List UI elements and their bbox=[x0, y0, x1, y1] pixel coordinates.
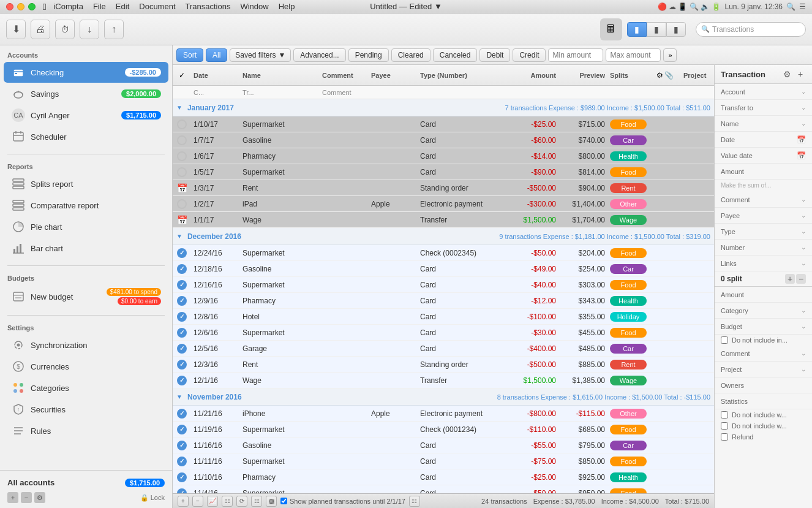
view-btn-right[interactable]: ▮ bbox=[666, 22, 686, 37]
table-row[interactable]: ✓ 12/1/16 Wage Transfer $1,500.00 $1,385… bbox=[173, 373, 714, 389]
lock-button[interactable]: 🔒 Lock bbox=[140, 494, 165, 502]
header-comment[interactable]: Comment bbox=[320, 72, 369, 79]
canceled-filter-button[interactable]: Canceled bbox=[433, 48, 478, 62]
table-row[interactable]: ✓ 11/11/16 Supermarket Card -$75.00 $850… bbox=[173, 453, 714, 469]
month-name-nov2016[interactable]: November 2016 bbox=[187, 393, 242, 401]
check-circle[interactable]: ✓ bbox=[177, 409, 187, 419]
tr-check[interactable] bbox=[173, 119, 191, 129]
add-split-button[interactable]: + bbox=[785, 274, 795, 284]
table-row[interactable]: ✓ 11/21/16 iPhone Apple Electronic payme… bbox=[173, 406, 714, 422]
tr-check[interactable]: ✓ bbox=[173, 472, 191, 482]
check-circle[interactable]: ✓ bbox=[177, 488, 187, 494]
history-button[interactable]: ⏱ bbox=[55, 20, 75, 39]
grid-button[interactable]: ☷ bbox=[409, 496, 420, 507]
table-row[interactable]: ✓ 12/8/16 Hotel Card -$100.00 $355.00 Ho… bbox=[173, 309, 714, 325]
table-row[interactable]: ✓ 11/4/16 Supermarket Card -$50.00 $950.… bbox=[173, 485, 714, 493]
header-payee[interactable]: Payee bbox=[369, 72, 418, 79]
month-header-jan2017[interactable]: ▼ January 2017 7 transactions Expense : … bbox=[173, 99, 714, 116]
table-row[interactable]: 1/6/17 Pharmacy Card -$14.00 $800.00 Hea… bbox=[173, 148, 714, 164]
month-name-dec2016[interactable]: December 2016 bbox=[187, 232, 241, 241]
download-button[interactable]: ⬇ bbox=[6, 20, 26, 39]
close-button[interactable] bbox=[6, 3, 13, 10]
check-circle-empty[interactable] bbox=[177, 119, 187, 129]
tr-check[interactable]: ✓ bbox=[173, 328, 191, 338]
month-arrow-nov2016[interactable]: ▼ bbox=[176, 393, 182, 400]
table-row[interactable]: ✓ 12/6/16 Supermarket Card -$30.00 $455.… bbox=[173, 325, 714, 341]
table-row[interactable]: ✓ 12/16/16 Supermarket Card -$40.00 $303… bbox=[173, 277, 714, 293]
menu-edit[interactable]: Edit bbox=[116, 2, 129, 11]
check-circle[interactable]: ✓ bbox=[177, 360, 187, 370]
refund-checkbox[interactable] bbox=[721, 433, 728, 441]
remove-split-button[interactable]: − bbox=[796, 274, 806, 284]
minimize-button[interactable] bbox=[17, 3, 24, 10]
print-button[interactable]: 🖨 bbox=[31, 20, 50, 39]
sort-button[interactable]: Sort bbox=[176, 48, 203, 62]
table-row[interactable]: 📅 1/1/17 Wage Transfer $1,500.00 $1,704.… bbox=[173, 212, 714, 228]
check-circle[interactable]: ✓ bbox=[177, 264, 187, 274]
sidebar-item-bar[interactable]: Bar chart bbox=[4, 238, 168, 259]
month-name-jan2017[interactable]: January 2017 bbox=[187, 104, 234, 112]
date-control[interactable]: 📅 bbox=[797, 135, 806, 144]
menu-icon[interactable]: ☰ bbox=[799, 2, 806, 11]
check-circle[interactable]: ✓ bbox=[177, 425, 187, 434]
sidebar-item-scheduler[interactable]: Scheduler bbox=[4, 126, 168, 147]
check-circle[interactable]: ✓ bbox=[177, 344, 187, 354]
view-btn-left[interactable]: ▮ bbox=[627, 22, 647, 37]
header-date[interactable]: Date bbox=[191, 72, 240, 79]
check-circle-empty[interactable] bbox=[177, 151, 187, 161]
sidebar-item-securities[interactable]: ↑ Securities bbox=[4, 399, 168, 420]
transfer-control[interactable]: ⌄ bbox=[801, 104, 806, 111]
header-name[interactable]: Name bbox=[240, 72, 320, 79]
sidebar-item-sync[interactable]: Synchronization bbox=[4, 335, 168, 355]
tr-check[interactable]: ✓ bbox=[173, 488, 191, 494]
settings-account-button[interactable]: ⚙ bbox=[34, 492, 45, 503]
refresh-button[interactable]: ⟳ bbox=[236, 496, 247, 507]
saved-filters-button[interactable]: Saved filters ▼ bbox=[230, 48, 291, 62]
tr-check[interactable]: ✓ bbox=[173, 280, 191, 290]
check-circle-empty[interactable] bbox=[177, 167, 187, 177]
search-box[interactable]: 🔍 Transactions bbox=[696, 22, 806, 37]
header-type[interactable]: Type (Number) bbox=[418, 72, 503, 79]
table-row[interactable]: 1/2/17 iPad Apple Electronic payment -$3… bbox=[173, 196, 714, 212]
no-include-checkbox[interactable] bbox=[721, 336, 728, 344]
chart-button[interactable]: 📈 bbox=[207, 496, 218, 507]
menu-document[interactable]: Document bbox=[139, 2, 175, 11]
calculator-button[interactable]: 🖩 bbox=[600, 18, 622, 40]
menu-transactions[interactable]: Transactions bbox=[186, 2, 231, 11]
month-arrow-jan2017[interactable]: ▼ bbox=[176, 104, 182, 111]
header-preview[interactable]: Preview bbox=[558, 72, 607, 79]
header-project[interactable]: Project bbox=[681, 72, 714, 79]
menu-help[interactable]: Help bbox=[279, 2, 295, 11]
month-header-dec2016[interactable]: ▼ December 2016 9 transactions Expense :… bbox=[173, 228, 714, 245]
sidebar-item-savings[interactable]: Savings $2,000.00 bbox=[4, 83, 168, 104]
month-arrow-dec2016[interactable]: ▼ bbox=[176, 233, 182, 240]
add-account-button[interactable]: + bbox=[7, 492, 18, 503]
pending-filter-button[interactable]: Pending bbox=[348, 48, 389, 62]
tr-check[interactable]: 📅 bbox=[173, 215, 191, 225]
sidebar-item-checking[interactable]: Checking -$285.00 bbox=[4, 62, 168, 83]
debit-filter-button[interactable]: Debit bbox=[479, 48, 510, 62]
sidebar-item-currencies[interactable]: $ Currencies bbox=[4, 356, 168, 377]
max-amount-input[interactable] bbox=[606, 48, 661, 62]
check-circle[interactable]: ✓ bbox=[177, 457, 187, 466]
advanced-filter-button[interactable]: Advanced... bbox=[293, 48, 345, 62]
table-row[interactable]: ✓ 12/5/16 Garage Card -$400.00 $485.00 C… bbox=[173, 341, 714, 357]
sidebar-item-cyril[interactable]: CA Cyril Anger $1,715.00 bbox=[4, 105, 168, 126]
tr-check[interactable] bbox=[173, 151, 191, 161]
down-button[interactable]: ↓ bbox=[80, 20, 99, 39]
check-circle[interactable]: ✓ bbox=[177, 472, 187, 482]
all-filter-button[interactable]: All bbox=[206, 48, 227, 62]
tr-check[interactable]: ✓ bbox=[173, 425, 191, 434]
remove-account-button[interactable]: − bbox=[21, 492, 32, 503]
sidebar-item-comparative[interactable]: Comparative report bbox=[4, 195, 168, 216]
menu-file[interactable]: File bbox=[93, 2, 106, 11]
sidebar-item-categories[interactable]: Categories bbox=[4, 377, 168, 398]
tr-check[interactable] bbox=[173, 167, 191, 177]
check-circle-empty[interactable] bbox=[177, 135, 187, 145]
table-row[interactable]: ✓ 12/3/16 Rent Standing order -$500.00 $… bbox=[173, 357, 714, 373]
show-planned-checkbox[interactable] bbox=[280, 498, 287, 504]
table-row[interactable]: 1/10/17 Supermarket Card -$25.00 $715.00… bbox=[173, 116, 714, 132]
tr-check[interactable]: ✓ bbox=[173, 296, 191, 306]
maximize-button[interactable] bbox=[28, 3, 36, 10]
header-amount[interactable]: Amount bbox=[503, 72, 558, 79]
